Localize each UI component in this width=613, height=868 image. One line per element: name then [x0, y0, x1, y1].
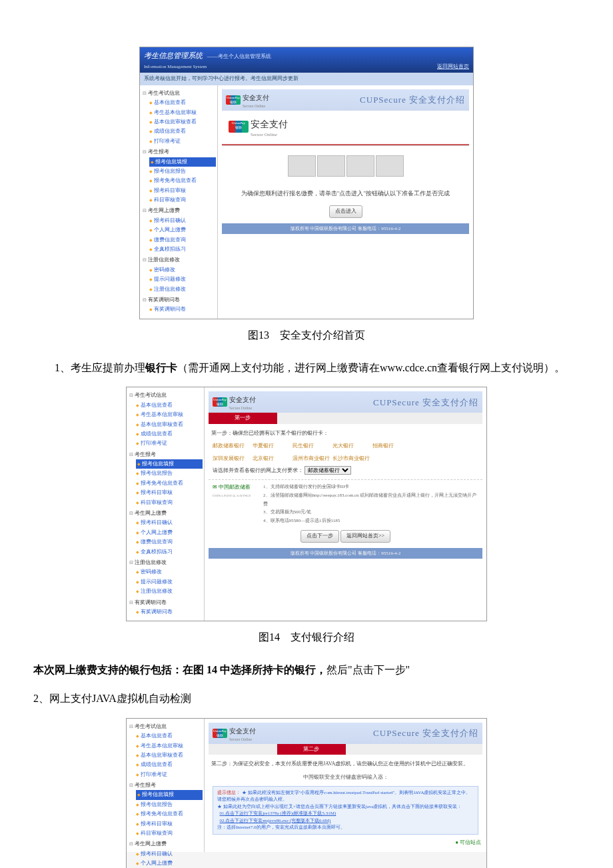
- sidebar-item[interactable]: 缴费信息查询: [149, 235, 216, 245]
- sidebar-group[interactable]: 考生考试信息: [129, 391, 203, 400]
- sidebar-item[interactable]: 成绩信息查看: [136, 760, 203, 769]
- sidebar-item[interactable]: 报考科目确认: [136, 849, 203, 859]
- sidebar-item[interactable]: 报考信息填报: [149, 157, 216, 167]
- sidebar-item[interactable]: 提示问题修改: [136, 577, 203, 587]
- sidebar-item[interactable]: 报考信息报告: [136, 469, 203, 478]
- step1-tab[interactable]: 第一步: [209, 413, 277, 423]
- sidebar-item[interactable]: 报考信息填报: [136, 459, 203, 469]
- sidebar-item[interactable]: 基本信息查看: [136, 731, 203, 741]
- sidebar-item[interactable]: 个人网上缴费: [149, 225, 216, 235]
- sidebar-item[interactable]: 考生基本信息审核: [136, 410, 203, 419]
- trusted-site-status: 可信站点: [455, 838, 481, 847]
- sidebar-item[interactable]: 个人网上缴费: [136, 859, 203, 868]
- thumbnail-row: [222, 151, 469, 184]
- sidebar-item[interactable]: 全真模拟练习: [136, 547, 203, 557]
- step1-text: 第一步：确保您已经拥有以下某个银行的银行卡：: [209, 427, 482, 440]
- bank-link[interactable]: 民生银行: [293, 441, 332, 451]
- sidebar-item[interactable]: 成绩信息查看: [149, 127, 216, 136]
- sidebar-item[interactable]: 密码修改: [149, 265, 216, 275]
- sidebar-group[interactable]: 注册信息修改: [143, 255, 216, 265]
- content-pane: UnionPay银联 安全支付Secure Online CUPSecure 安…: [205, 387, 486, 621]
- bank-row-1: 邮政储蓄银行华夏银行民生银行光大银行招商银行: [209, 440, 482, 452]
- sidebar-item[interactable]: 科目审核查询: [136, 829, 203, 838]
- sidebar-group[interactable]: 考生网上缴费: [143, 206, 216, 215]
- step2-tab[interactable]: 第二步: [277, 744, 346, 755]
- sidebar-item[interactable]: 报考信息报告: [149, 167, 216, 176]
- sidebar-group[interactable]: 有奖调研问卷: [143, 295, 216, 305]
- bank-link[interactable]: 长沙市商业银行: [332, 454, 372, 463]
- unionpay-logo-small: UnionPay银联 安全支付Secure Online: [213, 394, 256, 410]
- next-button[interactable]: 点击下一步: [301, 530, 339, 542]
- sidebar-group[interactable]: 考生网上缴费: [129, 839, 203, 849]
- sidebar: 考生考试信息基本信息查看考生基本信息审核基本信息审核查看成绩信息查看打印准考证考…: [140, 85, 218, 319]
- sidebar-item[interactable]: 报考信息填报: [136, 790, 203, 799]
- bank-link[interactable]: 华夏银行: [253, 441, 293, 451]
- banner-title: CUPSecure 安全支付介绍: [360, 92, 465, 107]
- sidebar-item[interactable]: 提示问题修改: [149, 275, 216, 284]
- bank-row-2: 深圳发展银行北京银行温州市商业银行长沙市商业银行: [209, 453, 482, 465]
- sidebar-item[interactable]: 基本信息查看: [149, 98, 216, 107]
- sidebar-group[interactable]: 考生报考: [129, 450, 203, 459]
- sidebar-item[interactable]: 缴费信息查询: [136, 537, 203, 547]
- sidebar-item[interactable]: 密码修改: [136, 567, 203, 577]
- enter-button[interactable]: 点击进入: [329, 205, 362, 217]
- notice-text: 为确保您顺利进行报名缴费，请单击"点击进入"按钮确认以下准备工作是否完成: [222, 184, 469, 203]
- paragraph-3: 2、网上支付JAVA虚拟机自动检测: [33, 689, 580, 709]
- sidebar-item[interactable]: 基本信息审核查看: [149, 117, 216, 127]
- sidebar-item[interactable]: 成绩信息查看: [136, 429, 203, 439]
- back-link[interactable]: 返回网站首页: [437, 62, 469, 71]
- sidebar-group[interactable]: 有奖调研问卷: [129, 598, 203, 607]
- bank-link[interactable]: 邮政储蓄银行: [213, 441, 253, 451]
- sidebar-item[interactable]: 基本信息查看: [136, 401, 203, 410]
- sidebar-item[interactable]: 打印准考证: [149, 137, 216, 146]
- sidebar-item[interactable]: 全真模拟练习: [149, 245, 216, 254]
- app-title: 考生信息管理系统: [144, 51, 203, 59]
- sidebar-item[interactable]: 有奖调研问卷: [149, 305, 216, 314]
- sidebar-item[interactable]: 注册信息修改: [136, 587, 203, 596]
- sidebar-item[interactable]: 报考免考信息查看: [136, 809, 203, 819]
- bank-link[interactable]: 招商银行: [372, 441, 412, 451]
- sidebar-item[interactable]: 报考科目确认: [149, 216, 216, 225]
- sidebar-item[interactable]: 基本信息审核查看: [136, 420, 203, 429]
- sidebar-group[interactable]: 注册信息修改: [129, 558, 203, 567]
- sidebar-item[interactable]: 报考信息报告: [136, 800, 203, 809]
- footer-bar: 版权所有 中国银联股份有限公司 客服电话：95516-4-2: [209, 548, 482, 559]
- content-pane: UnionPay银联 安全支付Secure Online CUPSecure 安…: [205, 719, 486, 852]
- sidebar-item[interactable]: 基本信息审核查看: [136, 751, 203, 760]
- sidebar-group[interactable]: 考生网上缴费: [129, 509, 203, 518]
- app-eng: Information Management System: [144, 63, 469, 71]
- sidebar-item[interactable]: 科目审核查询: [136, 498, 203, 507]
- screenshot-fig15: 考生考试信息基本信息查看考生基本信息审核基本信息审核查看成绩信息查看打印准考证考…: [126, 718, 487, 868]
- back-button[interactable]: 返回网站首页>>: [340, 530, 390, 542]
- jre-link-1[interactable]: 01.点击下运行下安装jre1378a (推荐)(标准版本下载5.31M): [220, 811, 336, 816]
- sidebar-item[interactable]: 注册信息修改: [149, 285, 216, 294]
- bank-link[interactable]: 深圳发展银行: [213, 454, 253, 463]
- sidebar-item[interactable]: 打印准考证: [136, 439, 203, 448]
- sidebar-item[interactable]: 报考科目审核: [149, 186, 216, 195]
- unionpay-logo-small: UnionPay银联 安全支付Secure Online: [226, 92, 269, 108]
- sidebar-item[interactable]: 个人网上缴费: [136, 528, 203, 537]
- sidebar-item[interactable]: 考生基本信息审核: [136, 741, 203, 751]
- bank-link[interactable]: 温州市商业银行: [293, 454, 332, 463]
- sidebar-item[interactable]: 有奖调研问卷: [136, 607, 203, 617]
- sidebar-group[interactable]: 考生报考: [143, 147, 216, 157]
- sidebar-item[interactable]: 报考免考信息查看: [136, 479, 203, 488]
- sidebar-item[interactable]: 打印准考证: [136, 770, 203, 779]
- sidebar-group[interactable]: 考生考试信息: [143, 89, 216, 98]
- sidebar-item[interactable]: 报考免考信息查看: [149, 176, 216, 185]
- bank-link[interactable]: 北京银行: [253, 454, 293, 463]
- sidebar-item[interactable]: 报考科目确认: [136, 518, 203, 527]
- sidebar-group[interactable]: 考生报考: [129, 781, 203, 790]
- sidebar-item[interactable]: 科目审核查询: [149, 195, 216, 205]
- sidebar-group[interactable]: 考生考试信息: [129, 722, 203, 731]
- pay-banner: UnionPay银联 安全支付Secure Online CUPSecure 安…: [209, 723, 482, 744]
- bank-link[interactable]: 光大银行: [332, 441, 372, 451]
- unionpay-mark-icon: UnionPay银联: [229, 121, 249, 133]
- bank-select[interactable]: 邮政储蓄银行: [305, 466, 351, 475]
- sidebar-item[interactable]: 报考科目审核: [136, 819, 203, 829]
- sidebar-item[interactable]: 报考科目审核: [136, 488, 203, 497]
- bank-info: 1、支持邮政储蓄银行发行的全国绿卡III卡2、须登陆邮政储蓄网站http://e…: [263, 483, 478, 525]
- bank-detail: ✉ 中国邮政储蓄 CHINA POSTAL SAVINGS 1、支持邮政储蓄银行…: [209, 479, 482, 527]
- sidebar-item[interactable]: 考生基本信息审核: [149, 108, 216, 117]
- jre-link-2[interactable]: 02.点击下运行下安装msjavx86.exe (完整版本下载6.6M): [220, 818, 331, 823]
